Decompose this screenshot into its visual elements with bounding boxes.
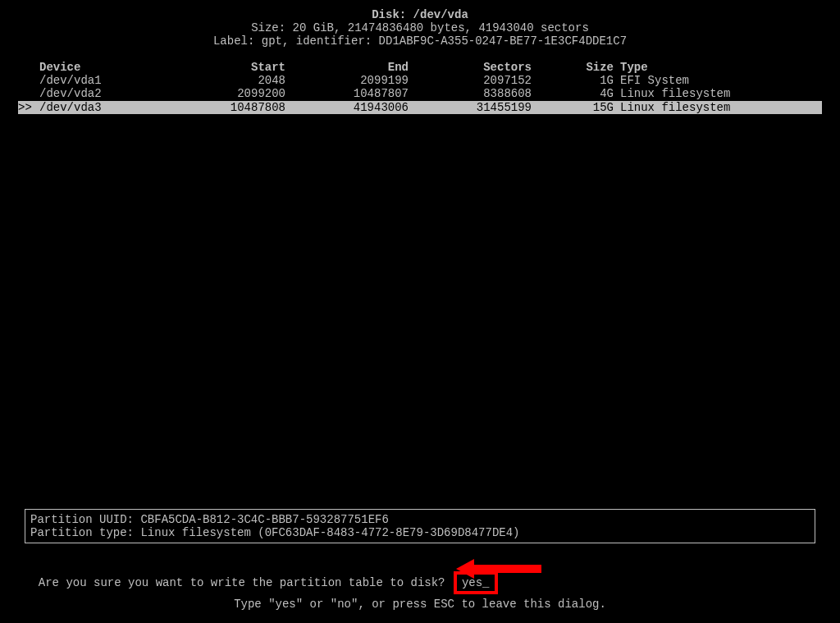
row-mark: >> [18,101,39,114]
row-mark [18,74,39,87]
row-end: 2099199 [285,74,409,87]
col-mark [18,61,39,74]
partition-uuid: Partition UUID: CBFA5CDA-B812-3C4C-BBB7-… [30,513,810,526]
row-mark [18,87,39,100]
table-row[interactable]: /dev/vda1 2048 2099199 2097152 1G EFI Sy… [18,74,822,87]
disk-label: Label: gpt, identifier: DD1ABF9C-A355-02… [18,34,822,48]
row-start: 2048 [162,74,285,87]
col-sectors: Sectors [409,61,532,74]
table-row[interactable]: /dev/vda2 2099200 10487807 8388608 4G Li… [18,87,822,100]
row-size: 1G [532,74,614,87]
prompt-question: Are you sure you want to write the parti… [39,576,452,589]
disk-path: Disk: /dev/vda [18,8,822,21]
row-end: 10487807 [285,87,409,100]
row-type: Linux filesystem [614,101,822,114]
row-type: Linux filesystem [614,87,822,100]
row-device: /dev/vda2 [39,87,162,100]
row-device: /dev/vda1 [39,74,162,87]
col-size: Size [532,61,614,74]
row-sectors: 31455199 [409,101,532,114]
table-header-row: Device Start End Sectors Size Type [18,61,822,74]
row-device: /dev/vda3 [39,101,162,114]
arrow-left-icon [456,559,474,579]
row-sectors: 2097152 [409,74,532,87]
row-end: 41943006 [285,101,409,114]
row-size: 4G [532,87,614,100]
partition-table: Device Start End Sectors Size Type /dev/… [18,61,822,113]
row-type: EFI System [614,74,822,87]
row-size: 15G [532,101,614,114]
row-start: 2099200 [162,87,285,100]
annotation-arrow [456,559,541,579]
partition-type: Partition type: Linux filesystem (0FC63D… [30,526,810,539]
confirm-prompt: Are you sure you want to write the parti… [25,558,815,594]
table-row[interactable]: >> /dev/vda3 10487808 41943006 31455199 … [18,101,822,114]
col-start: Start [162,61,285,74]
row-sectors: 8388608 [409,87,532,100]
disk-size: Size: 20 GiB, 21474836480 bytes, 4194304… [18,21,822,34]
dialog-hint: Type "yes" or "no", or press ESC to leav… [0,598,840,611]
col-device: Device [39,61,162,74]
col-type: Type [614,61,822,74]
partition-info-box: Partition UUID: CBFA5CDA-B812-3C4C-BBB7-… [25,509,815,543]
row-start: 10487808 [162,101,285,114]
col-end: End [285,61,409,74]
arrow-shaft [474,565,541,573]
disk-header: Disk: /dev/vda Size: 20 GiB, 21474836480… [18,8,822,48]
